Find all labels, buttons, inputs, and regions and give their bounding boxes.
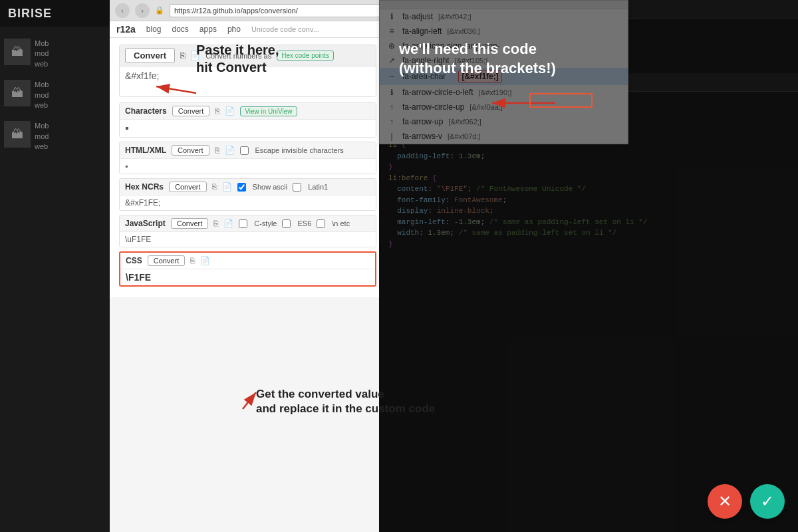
hexncrs-label: Hex NCRs <box>125 182 164 192</box>
cancel-button[interactable]: ✕ <box>708 484 742 519</box>
c-style-checkbox[interactable] <box>239 219 247 228</box>
htmlxml-value: ▪ <box>125 162 128 171</box>
hexncrs-copy-icon[interactable]: ⎘ <box>212 182 217 192</box>
nav-pho[interactable]: pho <box>227 25 241 34</box>
sidebar-text-1: Mobmodweb <box>35 39 49 69</box>
sidebar-icon-2: 🏔 <box>4 80 31 106</box>
javascript-file-icon[interactable]: 📄 <box>223 219 233 228</box>
show-ascii-label: Show ascii <box>253 183 288 191</box>
hexncrs-value: &#xF1FE; <box>125 198 160 207</box>
copy-icon[interactable]: ⎘ <box>180 51 186 61</box>
hexncrs-section: Hex NCRs Convert ⎘ 📄 Show ascii Latin1 &… <box>119 178 376 211</box>
css-header: CSS Convert ⎘ 📄 <box>120 253 375 269</box>
main-convert-button[interactable]: Convert <box>125 48 175 63</box>
c-style-label: C-style <box>254 219 277 227</box>
es6-checkbox[interactable] <box>282 219 291 228</box>
htmlxml-header: HTML/XML Convert ⎘ 📄 Escape invisible ch… <box>120 142 376 159</box>
javascript-copy-icon[interactable]: ⎘ <box>213 219 218 228</box>
hexncrs-file-icon[interactable]: 📄 <box>222 182 232 192</box>
forward-button[interactable]: › <box>135 3 150 18</box>
es6-label: ES6 <box>297 219 311 227</box>
main-input-toolbar: Convert ⎘ 📄 Convert numbers as Hex code … <box>120 45 376 66</box>
css-file-icon[interactable]: 📄 <box>200 256 210 265</box>
characters-label: Characters <box>125 106 167 116</box>
browser-bar: ‹ › 🔒 https://r12a.github.io/apps/conver… <box>110 0 386 21</box>
javascript-section: JavaScript Convert ⎘ 📄 C-style ES6 \n et… <box>119 215 376 247</box>
lock-icon: 🔒 <box>155 6 164 15</box>
brand-label: BIRISE <box>8 7 52 21</box>
css-section: CSS Convert ⎘ 📄 \F1FE <box>119 251 376 287</box>
sidebar: BIRISE 🏔 Mobmodweb 🏔 Mobmodweb 🏔 Mobmodw… <box>0 0 110 532</box>
css-convert-button[interactable]: Convert <box>148 255 186 266</box>
css-body: \F1FE <box>120 269 375 285</box>
bottom-buttons: ✕ ✓ <box>708 484 785 519</box>
n-etc-checkbox[interactable] <box>317 219 325 228</box>
nav-extra: Unicode code conv... <box>251 25 319 33</box>
hexncrs-header: Hex NCRs Convert ⎘ 📄 Show ascii Latin1 <box>120 179 376 196</box>
hex-badge[interactable]: Hex code points <box>277 51 334 61</box>
htmlxml-convert-button[interactable]: Convert <box>172 145 209 156</box>
numbers-label: Convert numbers as <box>205 52 271 60</box>
characters-file-icon[interactable]: 📄 <box>225 106 235 116</box>
cancel-icon: ✕ <box>718 492 732 511</box>
conversion-panel: ‹ › 🔒 https://r12a.github.io/apps/conver… <box>110 0 386 532</box>
sidebar-item-2: 🏔 Mobmodweb <box>0 74 110 116</box>
site-brand: r12a <box>116 24 136 35</box>
sidebar-brand: BIRISE <box>0 0 110 27</box>
hexncrs-body: &#xF1FE; <box>120 196 376 210</box>
sidebar-item-3: 🏔 Mobmodweb <box>0 116 110 157</box>
javascript-convert-button[interactable]: Convert <box>171 218 209 229</box>
escape-checkbox[interactable] <box>240 146 249 155</box>
htmlxml-body: ▪ <box>120 159 376 174</box>
characters-value: ▪ <box>125 122 129 134</box>
sidebar-text-2: Mobmodweb <box>35 80 49 110</box>
nav-blog[interactable]: blog <box>146 25 162 34</box>
toolbar-icons: ⎘ 📄 <box>180 51 200 61</box>
javascript-body: \uF1FE <box>120 232 376 247</box>
sidebar-text-3: Mobmodweb <box>35 121 49 152</box>
htmlxml-label: HTML/XML <box>125 146 166 155</box>
main-input-field[interactable]: &#xf1fe; <box>120 66 376 96</box>
sidebar-icon-1: 🏔 <box>4 39 31 65</box>
main-input-value: &#xf1fe; <box>125 70 159 81</box>
javascript-header: JavaScript Convert ⎘ 📄 C-style ES6 \n et… <box>120 215 376 232</box>
editor-dim-overlay <box>379 0 798 532</box>
javascript-value: \uF1FE <box>125 235 151 244</box>
url-text: https://r12a.github.io/apps/conversion/ <box>174 7 298 15</box>
characters-header: Characters Convert ⎘ 📄 View in UniView <box>120 103 376 120</box>
confirm-icon: ✓ <box>761 492 774 511</box>
htmlxml-copy-icon[interactable]: ⎘ <box>215 146 219 155</box>
characters-convert-button[interactable]: Convert <box>172 106 210 116</box>
file-icon[interactable]: 📄 <box>190 51 200 61</box>
n-etc-label: \n etc <box>332 219 350 227</box>
characters-view-link[interactable]: View in UniView <box>240 106 297 116</box>
show-ascii-checkbox[interactable] <box>237 183 246 192</box>
css-copy-icon[interactable]: ⎘ <box>190 256 195 265</box>
nav-docs[interactable]: docs <box>172 25 189 34</box>
sidebar-items: 🏔 Mobmodweb 🏔 Mobmodweb 🏔 Mobmodweb <box>0 33 110 158</box>
characters-copy-icon[interactable]: ⎘ <box>215 106 219 116</box>
latin1-checkbox[interactable] <box>293 183 301 192</box>
escape-label: Escape invisible characters <box>255 146 344 154</box>
sidebar-icon-3: 🏔 <box>4 121 31 148</box>
sidebar-item-1: 🏔 Mobmodweb <box>0 33 110 74</box>
site-nav: r12a blog docs apps pho Unicode code con… <box>110 21 386 38</box>
confirm-button[interactable]: ✓ <box>750 484 785 519</box>
latin1-label: Latin1 <box>308 183 328 191</box>
hexncrs-convert-button[interactable]: Convert <box>169 182 207 192</box>
tool-area: Convert ⎘ 📄 Convert numbers as Hex code … <box>110 38 386 297</box>
htmlxml-file-icon[interactable]: 📄 <box>225 146 235 155</box>
characters-body: ▪ <box>120 120 376 137</box>
nav-apps[interactable]: apps <box>200 25 217 34</box>
main-input-section: Convert ⎘ 📄 Convert numbers as Hex code … <box>119 45 376 97</box>
back-button[interactable]: ‹ <box>115 3 130 18</box>
characters-section: Characters Convert ⎘ 📄 View in UniView ▪ <box>119 102 376 138</box>
css-label: CSS <box>126 256 142 265</box>
css-value: \F1FE <box>126 272 151 283</box>
javascript-label: JavaScript <box>125 219 166 228</box>
url-bar[interactable]: https://r12a.github.io/apps/conversion/ <box>170 4 380 17</box>
htmlxml-section: HTML/XML Convert ⎘ 📄 Escape invisible ch… <box>119 142 376 174</box>
